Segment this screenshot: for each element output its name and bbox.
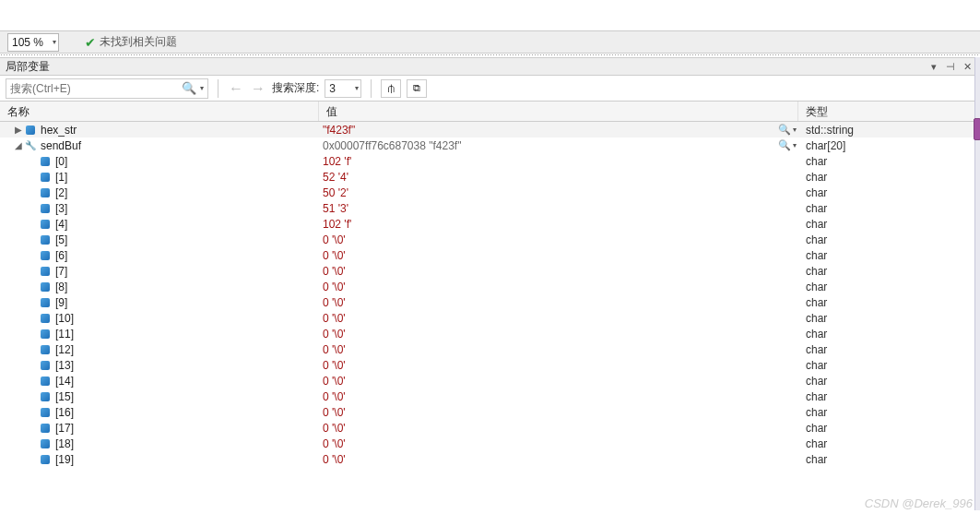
cell-value[interactable]: 0 '\0'	[319, 375, 778, 388]
cell-type: char	[798, 422, 980, 435]
table-row[interactable]: [3]51 '3'char	[0, 200, 980, 216]
table-row[interactable]: [15]0 '\0'char	[0, 388, 980, 404]
table-row[interactable]: [16]0 '\0'char	[0, 404, 980, 420]
cell-value[interactable]: 102 'f'	[319, 218, 778, 231]
cell-value[interactable]: 0 '\0'	[319, 390, 778, 403]
chevron-down-icon[interactable]: ▾	[793, 141, 797, 149]
field-icon	[39, 156, 52, 167]
depth-select[interactable]: 3 ▾	[325, 79, 361, 98]
cell-actions: 🔍▾	[778, 139, 798, 151]
zoom-select[interactable]: 105 % ▾	[7, 33, 59, 52]
cell-value[interactable]: 0 '\0'	[319, 328, 778, 341]
table-row[interactable]: [13]0 '\0'char	[0, 357, 980, 373]
cell-value[interactable]: 0 '\0'	[319, 249, 778, 262]
cell-type: char	[798, 202, 980, 215]
cell-value[interactable]: 0 '\0'	[319, 233, 778, 246]
cell-value[interactable]: 0 '\0'	[319, 296, 778, 309]
visualizer-icon[interactable]: ⧉	[407, 79, 427, 98]
cell-name: [16]	[0, 406, 319, 419]
variable-name: [10]	[55, 312, 74, 325]
column-header-value[interactable]: 值	[319, 102, 798, 121]
cell-value[interactable]: 102 'f'	[319, 155, 778, 168]
search-input[interactable]	[10, 82, 182, 95]
close-icon[interactable]: ✕	[960, 59, 974, 74]
table-row[interactable]: [1]52 '4'char	[0, 169, 980, 185]
table-row[interactable]: [12]0 '\0'char	[0, 341, 980, 357]
field-icon	[39, 234, 52, 245]
field-icon	[39, 344, 52, 355]
cell-value[interactable]: 0 '\0'	[319, 281, 778, 293]
cell-type: char	[798, 233, 980, 246]
cell-name: [1]	[0, 171, 319, 184]
chevron-down-icon[interactable]: ▾	[793, 126, 797, 134]
table-row[interactable]: [17]0 '\0'char	[0, 420, 980, 436]
field-icon	[39, 438, 52, 449]
search-icon[interactable]: 🔍	[182, 81, 196, 95]
table-row[interactable]: [9]0 '\0'char	[0, 294, 980, 310]
side-tab[interactable]	[974, 118, 980, 140]
expander-icon[interactable]: ▶	[13, 125, 24, 135]
cell-name: [11]	[0, 328, 319, 341]
issues-indicator[interactable]: ✔ 未找到相关问题	[85, 34, 177, 50]
cell-name: [12]	[0, 343, 319, 356]
table-row[interactable]: [18]0 '\0'char	[0, 436, 980, 451]
panel-title: 局部变量	[6, 59, 927, 75]
cell-type: char	[798, 437, 980, 450]
cell-value[interactable]: 0x00007ff76c687038 "f423f"	[319, 139, 778, 152]
table-row[interactable]: [0]102 'f'char	[0, 153, 980, 169]
cell-type: char	[798, 249, 980, 262]
table-row[interactable]: [5]0 '\0'char	[0, 232, 980, 247]
wrench-icon: 🔧	[24, 140, 37, 151]
cell-type: char[20]	[798, 139, 980, 152]
cell-value[interactable]: 51 '3'	[319, 202, 778, 215]
cell-value[interactable]: 0 '\0'	[319, 422, 778, 435]
cell-value[interactable]: 0 '\0'	[319, 312, 778, 325]
cell-type: char	[798, 265, 980, 278]
table-row[interactable]: ◢🔧sendBuf0x00007ff76c687038 "f423f"🔍▾cha…	[0, 137, 980, 153]
chevron-down-icon[interactable]: ▾	[200, 84, 204, 92]
field-icon	[39, 203, 52, 214]
cell-type: char	[798, 296, 980, 309]
cell-value[interactable]: 0 '\0'	[319, 453, 778, 466]
field-icon	[39, 454, 52, 465]
search-box[interactable]: 🔍 ▾	[6, 78, 208, 99]
window-position-icon[interactable]: ▾	[927, 59, 941, 74]
table-row[interactable]: [2]50 '2'char	[0, 185, 980, 200]
cell-value[interactable]: 0 '\0'	[319, 359, 778, 372]
cell-value[interactable]: 0 '\0'	[319, 343, 778, 356]
table-row[interactable]: [10]0 '\0'char	[0, 310, 980, 326]
table-row[interactable]: [7]0 '\0'char	[0, 263, 980, 279]
variable-name: [19]	[55, 453, 74, 466]
pin-icon[interactable]: ⊣	[943, 59, 958, 74]
cell-value[interactable]: 52 '4'	[319, 171, 778, 184]
cell-type: char	[798, 359, 980, 372]
table-row[interactable]: [6]0 '\0'char	[0, 247, 980, 263]
table-row[interactable]: [14]0 '\0'char	[0, 373, 980, 388]
expander-icon[interactable]: ◢	[13, 140, 24, 150]
nav-forward-icon[interactable]: →	[250, 80, 266, 97]
table-row[interactable]: [4]102 'f'char	[0, 216, 980, 232]
nav-back-icon[interactable]: ←	[228, 80, 244, 97]
cell-name: [8]	[0, 281, 319, 293]
toolbar: 🔍 ▾ ← → 搜索深度: 3 ▾ ⫛ ⧉	[0, 76, 980, 102]
cell-value[interactable]: 50 '2'	[319, 186, 778, 199]
cell-type: char	[798, 281, 980, 293]
grid-body[interactable]: ▶hex_str"f423f"🔍▾std::string◢🔧sendBuf0x0…	[0, 122, 980, 509]
column-header-name[interactable]: 名称	[0, 102, 319, 121]
cell-value[interactable]: 0 '\0'	[319, 406, 778, 419]
cell-value[interactable]: 0 '\0'	[319, 265, 778, 278]
cell-type: char	[798, 453, 980, 466]
table-row[interactable]: [11]0 '\0'char	[0, 326, 980, 341]
table-row[interactable]: [8]0 '\0'char	[0, 279, 980, 294]
cell-value[interactable]: 0 '\0'	[319, 437, 778, 450]
column-header-type[interactable]: 类型	[798, 102, 980, 121]
filter-icon[interactable]: ⫛	[381, 79, 401, 98]
magnifier-icon[interactable]: 🔍	[778, 124, 791, 136]
check-icon: ✔	[85, 35, 96, 50]
cell-value[interactable]: "f423f"	[319, 124, 778, 137]
table-row[interactable]: ▶hex_str"f423f"🔍▾std::string	[0, 122, 980, 137]
magnifier-icon[interactable]: 🔍	[778, 139, 791, 151]
field-icon	[39, 391, 52, 402]
table-row[interactable]: [19]0 '\0'char	[0, 451, 980, 467]
variable-name: [3]	[55, 202, 67, 215]
